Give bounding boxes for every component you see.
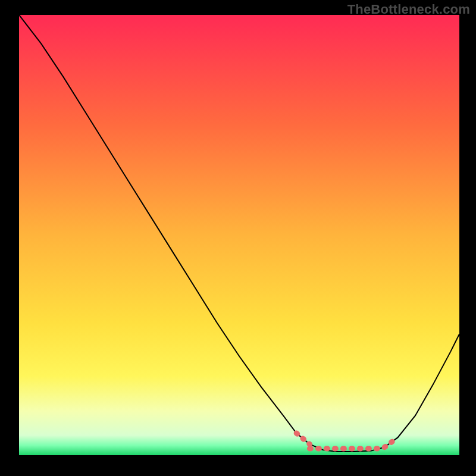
plot-area <box>19 15 459 455</box>
gradient-background <box>19 15 459 455</box>
watermark-text: TheBottleneck.com <box>347 2 470 17</box>
chart-frame: TheBottleneck.com <box>0 0 476 476</box>
chart-svg <box>19 15 459 455</box>
